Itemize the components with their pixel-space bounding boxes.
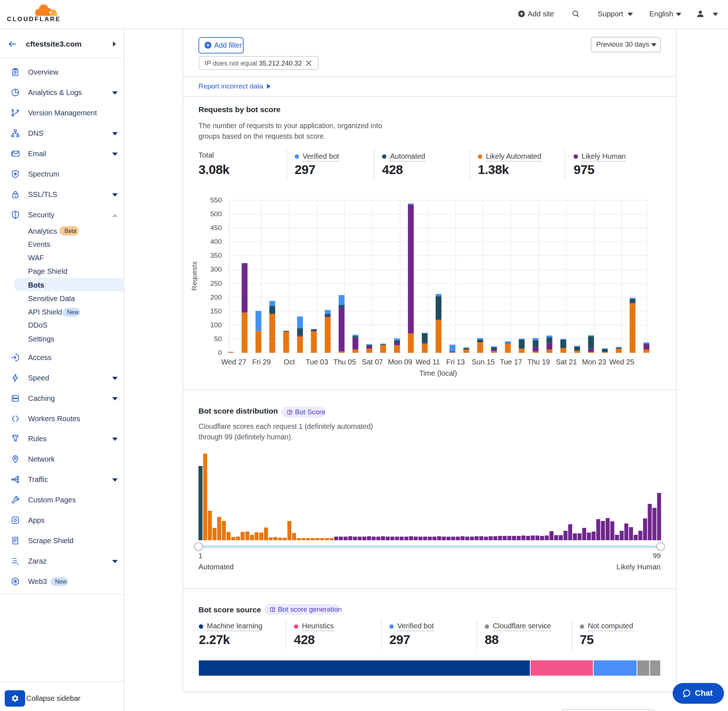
svg-text:200: 200 [210,294,222,301]
svg-text:400: 400 [210,238,222,245]
svg-text:Sat 21: Sat 21 [556,358,577,366]
svg-text:500: 500 [210,210,222,218]
svg-text:Thu 19: Thu 19 [527,358,550,366]
svg-text:Automated: Automated [198,563,234,571]
svg-text:Time (local): Time (local) [419,369,457,377]
svg-text:1: 1 [198,552,202,559]
svg-text:300: 300 [210,266,222,273]
svg-text:550: 550 [210,196,222,204]
svg-text:Sat 07: Sat 07 [362,358,383,366]
svg-text:Sun 15: Sun 15 [472,358,495,366]
svg-text:450: 450 [210,224,222,232]
svg-text:250: 250 [210,280,222,287]
svg-text:Requests: Requests [190,261,198,291]
svg-text:Wed 27: Wed 27 [222,358,247,366]
svg-text:Tue 03: Tue 03 [306,358,328,366]
svg-text:Mon 09: Mon 09 [388,358,412,366]
svg-text:50: 50 [214,335,222,342]
svg-text:Likely Human: Likely Human [617,563,661,571]
svg-text:Mon 23: Mon 23 [582,358,606,366]
svg-text:Thu 05: Thu 05 [333,358,356,366]
svg-text:0: 0 [218,349,222,356]
svg-text:Oct: Oct [284,358,295,366]
svg-text:Tue 17: Tue 17 [500,358,522,366]
svg-text:Wed 25: Wed 25 [609,358,634,366]
svg-text:Fri 29: Fri 29 [253,358,271,366]
svg-text:150: 150 [210,307,222,315]
svg-text:350: 350 [210,252,222,259]
svg-text:99: 99 [653,552,661,559]
svg-text:Fri 13: Fri 13 [446,358,465,366]
svg-text:100: 100 [210,321,222,329]
svg-text:Wed 11: Wed 11 [415,358,440,366]
